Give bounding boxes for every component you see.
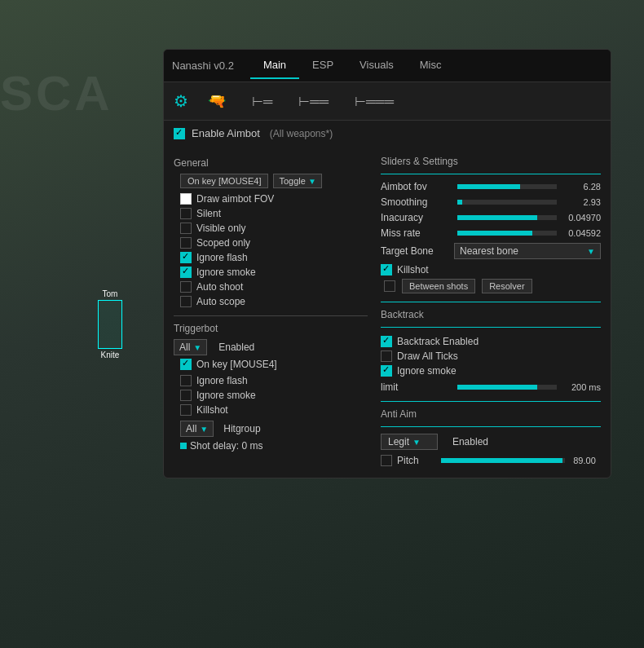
bg-text: SCA xyxy=(0,65,113,121)
limit-track[interactable] xyxy=(457,385,557,390)
hitgroup-arrow-icon: ▼ xyxy=(200,425,208,434)
ignore-flash-checkbox[interactable] xyxy=(180,252,192,263)
visible-only-checkbox[interactable] xyxy=(180,223,192,234)
legit-row: Legit ▼ Enabled xyxy=(381,434,601,450)
smoothing-fill xyxy=(457,200,462,205)
tab-misc[interactable]: Misc xyxy=(407,52,455,79)
shot-delay-indicator xyxy=(180,443,187,449)
enable-aimbot-row: Enable Aimbot (All weapons*) xyxy=(164,121,611,139)
aimbot-fov-label: Aimbot fov xyxy=(381,181,454,192)
triggerbot-onkey-checkbox[interactable] xyxy=(180,359,192,370)
right-column: Sliders & Settings Aimbot fov 6.28 Smoot… xyxy=(381,156,601,469)
draw-fov-label: Draw aimbot FOV xyxy=(196,193,274,205)
between-shots-button[interactable]: Between shots xyxy=(402,279,475,293)
pitch-track[interactable] xyxy=(441,458,565,463)
triggerbot-filter-value: All xyxy=(179,342,190,353)
shot-delay-label: Shot delay: 0 ms xyxy=(190,440,262,452)
smoothing-label: Smoothing xyxy=(381,196,454,208)
killshot-label: Killshot xyxy=(397,264,429,276)
smoothing-row: Smoothing 2.93 xyxy=(381,196,601,208)
draw-ticks-checkbox[interactable] xyxy=(381,350,392,362)
triggerbot-killshot-checkbox[interactable] xyxy=(180,404,192,416)
player-indicator: Tom Knite xyxy=(98,289,122,359)
inacuracy-row: Inacuracy 0.04970 xyxy=(381,212,601,223)
target-bone-select[interactable]: Nearest bone ▼ xyxy=(454,243,601,259)
smoothing-track[interactable] xyxy=(457,200,557,205)
aimbot-fov-fill xyxy=(457,184,520,189)
backtrack-enabled-checkbox[interactable] xyxy=(381,336,392,347)
separator-1 xyxy=(174,315,368,316)
triggerbot-ignore-smoke-checkbox[interactable] xyxy=(180,390,192,401)
player-name-top: Tom xyxy=(98,289,122,298)
on-key-button[interactable]: On key [MOUSE4] xyxy=(180,174,268,188)
ignore-smoke-checkbox[interactable] xyxy=(180,267,192,278)
inacuracy-fill xyxy=(457,215,537,220)
backtrack-ignore-smoke-checkbox[interactable] xyxy=(381,365,392,377)
tab-visuals[interactable]: Visuals xyxy=(346,52,407,79)
pitch-label: Pitch xyxy=(397,455,438,466)
silent-checkbox[interactable] xyxy=(180,208,192,219)
backtrack-enabled-label: Backtrack Enabled xyxy=(397,336,479,347)
hitgroup-filter-value: All xyxy=(186,423,196,434)
tab-main[interactable]: Main xyxy=(250,52,299,79)
killshot-checkbox[interactable] xyxy=(381,264,392,276)
ignore-flash-row: Ignore flash xyxy=(180,250,368,265)
weapon-pistol-icon[interactable]: 🔫 xyxy=(201,89,232,113)
inacuracy-value: 0.04970 xyxy=(560,213,601,223)
auto-scope-row: Auto scope xyxy=(180,294,368,309)
target-bone-row: Target Bone Nearest bone ▼ xyxy=(381,243,601,259)
miss-rate-track[interactable] xyxy=(457,231,557,236)
auto-shoot-label: Auto shoot xyxy=(196,281,243,293)
smoothing-value: 2.93 xyxy=(560,197,601,207)
silent-row: Silent xyxy=(180,206,368,221)
auto-shoot-checkbox[interactable] xyxy=(180,281,192,293)
auto-scope-label: Auto scope xyxy=(196,296,245,307)
weapon-rifle-icon[interactable]: ⊢══ xyxy=(292,90,335,112)
target-bone-arrow-icon: ▼ xyxy=(587,247,595,256)
weapon-sniper-icon[interactable]: ⊢═══ xyxy=(348,90,400,112)
left-column: General On key [MOUSE4] Toggle ▼ Draw ai… xyxy=(174,156,368,469)
anti-aim-status: Enabled xyxy=(452,436,488,447)
draw-fov-checkbox[interactable] xyxy=(180,193,192,205)
visible-only-label: Visible only xyxy=(196,223,245,234)
hitgroup-label: Hitgroup xyxy=(223,423,260,434)
enable-aimbot-checkbox[interactable] xyxy=(174,128,185,139)
legit-select[interactable]: Legit ▼ xyxy=(381,434,438,450)
general-title: General xyxy=(174,157,368,169)
hitgroup-filter-select[interactable]: All ▼ xyxy=(180,421,214,437)
inacuracy-track[interactable] xyxy=(457,215,557,220)
gear-icon[interactable]: ⚙ xyxy=(174,91,188,111)
resolver-button[interactable]: Resolver xyxy=(482,279,532,293)
auto-scope-checkbox[interactable] xyxy=(180,296,192,307)
toggle-label: Toggle xyxy=(279,176,305,186)
triggerbot-killshot-row: Killshot xyxy=(180,403,368,417)
killshot-row: Killshot xyxy=(381,264,601,276)
anti-aim-title: Anti Aim xyxy=(381,408,601,420)
inacuracy-label: Inacuracy xyxy=(381,212,454,223)
triggerbot-filter-select[interactable]: All ▼ xyxy=(174,339,207,355)
limit-label: limit xyxy=(381,381,454,393)
miss-rate-row: Miss rate 0.04592 xyxy=(381,227,601,239)
triggerbot-onkey-label: On key [MOUSE4] xyxy=(196,359,277,370)
between-shots-checkbox[interactable] xyxy=(384,280,395,292)
backtrack-ignore-smoke-row: Ignore smoke xyxy=(381,364,601,378)
triggerbot-filter-arrow-icon: ▼ xyxy=(193,343,201,352)
weapon-smg-icon[interactable]: ⊢═ xyxy=(245,90,279,112)
visible-only-row: Visible only xyxy=(180,221,368,236)
player-box xyxy=(98,300,122,349)
tab-bar: Nanashi v0.2 Main ESP Visuals Misc xyxy=(164,50,611,82)
pitch-fill xyxy=(441,458,562,463)
silent-label: Silent xyxy=(196,208,221,219)
aimbot-fov-track[interactable] xyxy=(457,184,557,189)
pitch-checkbox[interactable] xyxy=(381,455,392,466)
auto-shoot-row: Auto shoot xyxy=(180,280,368,294)
draw-ticks-row: Draw All Ticks xyxy=(381,349,601,364)
triggerbot-ignore-flash-checkbox[interactable] xyxy=(180,375,192,386)
player-name-bottom: Knite xyxy=(98,350,122,359)
scoped-only-checkbox[interactable] xyxy=(180,237,192,249)
main-panel: Nanashi v0.2 Main ESP Visuals Misc ⚙ 🔫 ⊢… xyxy=(163,49,611,478)
triggerbot-ignore-smoke-row: Ignore smoke xyxy=(180,388,368,403)
toggle-button[interactable]: Toggle ▼ xyxy=(273,174,321,188)
legit-mode-value: Legit xyxy=(388,436,409,447)
tab-esp[interactable]: ESP xyxy=(299,52,346,79)
